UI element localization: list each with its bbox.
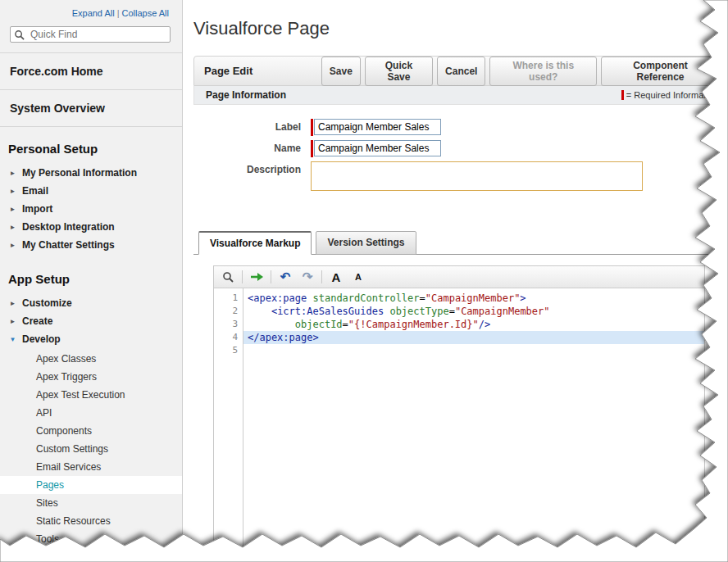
chevron-right-icon[interactable]: ►	[8, 224, 17, 231]
label-row: Label	[193, 119, 728, 136]
sidebar-item-sites[interactable]: Sites	[0, 494, 182, 512]
code-line[interactable]: objectId="{!CampaignMember.Id}"/>	[243, 318, 704, 331]
name-row: Name	[193, 140, 728, 157]
code-token: "CampaignMember"	[425, 292, 521, 304]
code-token: =	[343, 319, 348, 330]
toolbar-separator	[271, 270, 271, 283]
code-line[interactable]: </apex:page>	[243, 331, 704, 344]
sidebar-item-apex-triggers[interactable]: Apex Triggers	[0, 368, 182, 386]
chevron-right-icon[interactable]: ►	[8, 188, 17, 195]
expand-all-link[interactable]: Expand All	[72, 8, 115, 18]
page-edit-buttons: SaveQuick SaveCancelWhere is this used?C…	[321, 57, 720, 86]
code-token: =	[420, 292, 425, 304]
line-number: 3	[214, 318, 238, 331]
code-line[interactable]: <apex:page standardController="CampaignM…	[243, 292, 704, 305]
app-setup-heading: App Setup	[0, 257, 182, 294]
code-token: objectType	[389, 306, 448, 317]
cancel-button[interactable]: Cancel	[437, 57, 485, 86]
chevron-right-icon[interactable]: ►	[8, 206, 17, 213]
sidebar-item-system-overview[interactable]: System Overview	[0, 90, 182, 126]
develop-sub-list: Apex ClassesApex TriggersApex Test Execu…	[0, 350, 182, 562]
search-icon	[14, 29, 25, 43]
code-lines[interactable]: <apex:page standardController="CampaignM…	[243, 288, 704, 551]
quick-save-button[interactable]: Quick Save	[365, 57, 433, 86]
font-increase-icon[interactable]: A	[328, 269, 344, 285]
undo-icon[interactable]: ↶	[277, 269, 293, 285]
code-token: >	[520, 292, 526, 304]
component-reference-button[interactable]: Component Reference	[601, 57, 720, 86]
chevron-right-icon[interactable]: ►	[8, 318, 17, 325]
search-icon[interactable]	[220, 269, 236, 285]
page-title: Visualforce Page	[193, 18, 728, 39]
required-indicator	[311, 140, 313, 157]
sidebar-item-customize[interactable]: ►Customize	[0, 294, 182, 312]
redo-icon[interactable]: ↷	[299, 269, 316, 285]
where-is-this-used-button[interactable]: Where is this used?	[489, 57, 597, 86]
page-edit-header: Page Edit SaveQuick SaveCancelWhere is t…	[193, 56, 728, 86]
sidebar-item-my-chatter-settings[interactable]: ►My Chatter Settings	[0, 236, 182, 254]
sidebar-item-email[interactable]: ►Email	[0, 182, 182, 200]
code-token: <icrt:AeSalesGuides	[271, 306, 384, 317]
sidebar-item-desktop-integration[interactable]: ►Desktop Integration	[0, 218, 182, 236]
editor-toolbar: ↶ ↷ A A	[214, 266, 704, 288]
name-input[interactable]	[314, 140, 441, 156]
sidebar-item-components[interactable]: Components	[0, 422, 182, 440]
sidebar-item-create[interactable]: ►Create	[0, 312, 182, 330]
code-line[interactable]: <icrt:AeSalesGuides objectType="Campaign…	[243, 305, 704, 318]
quick-find	[10, 26, 172, 43]
code-area[interactable]: 12345 <apex:page standardController="Cam…	[214, 288, 704, 551]
sidebar-item-api[interactable]: API	[0, 404, 182, 422]
line-number: 4	[214, 331, 238, 344]
code-line[interactable]	[243, 344, 704, 357]
code-token: "CampaignMember"	[455, 306, 550, 317]
sidebar-item-apex-classes[interactable]: Apex Classes	[0, 350, 182, 368]
quick-find-input[interactable]	[10, 26, 171, 43]
expand-collapse-links: Expand All|Collapse All	[0, 0, 182, 23]
font-decrease-icon[interactable]: A	[350, 269, 366, 285]
sidebar-item-my-personal-information[interactable]: ►My Personal Information	[0, 164, 182, 182]
personal-setup-heading: Personal Setup	[0, 127, 182, 164]
line-number: 5	[214, 344, 238, 357]
sidebar-item-label: Create	[22, 315, 52, 327]
description-row: Description	[193, 161, 728, 191]
required-indicator-icon	[621, 90, 624, 100]
personal-setup-list: ►My Personal Information►Email►Import►De…	[0, 164, 182, 257]
required-legend-text: = Required Information	[626, 90, 718, 100]
sidebar-item-static-resources[interactable]: Static Resources	[0, 512, 182, 530]
sidebar-item-tools[interactable]: Tools	[0, 530, 182, 548]
code-token	[248, 319, 295, 330]
toolbar-separator	[242, 270, 243, 283]
page-edit-title: Page Edit	[204, 65, 321, 77]
sidebar-item-forcecom-home[interactable]: Force.com Home	[0, 53, 182, 89]
sidebar-item-import[interactable]: ►Import	[0, 200, 182, 218]
sidebar-item-apex-test-execution[interactable]: Apex Test Execution	[0, 386, 182, 404]
sidebar-item-custom-settings[interactable]: Custom Settings	[0, 440, 182, 458]
required-indicator	[311, 119, 313, 136]
app-setup-list: ►Customize►Create▼DevelopApex ClassesApe…	[0, 294, 182, 562]
description-textarea[interactable]	[311, 161, 643, 191]
required-legend: = Required Information	[621, 90, 718, 100]
code-token: =	[449, 306, 455, 317]
sidebar-item-label: My Chatter Settings	[22, 239, 115, 251]
label-input[interactable]	[314, 119, 441, 135]
sidebar-item-label: Customize	[22, 297, 72, 309]
label-label: Label	[193, 119, 311, 136]
chevron-right-icon[interactable]: ►	[8, 170, 17, 177]
save-button[interactable]: Save	[321, 57, 361, 86]
line-number: 1	[214, 292, 238, 305]
tab-visualforce-markup[interactable]: Visualforce Markup	[198, 231, 312, 255]
code-token: "{!CampaignMember.Id}"	[348, 319, 479, 330]
code-token: </apex:page>	[248, 332, 319, 343]
chevron-right-icon[interactable]: ►	[8, 300, 17, 307]
chevron-down-icon[interactable]: ▼	[8, 336, 17, 343]
collapse-all-link[interactable]: Collapse All	[122, 8, 169, 18]
page-information-form: LabelNameDescription	[193, 105, 728, 210]
sidebar-item-pages[interactable]: Pages	[0, 476, 182, 494]
chevron-right-icon[interactable]: ►	[8, 242, 17, 249]
sidebar-item-develop[interactable]: ▼Develop	[0, 330, 182, 348]
tab-version-settings[interactable]: Version Settings	[316, 231, 416, 255]
goto-line-icon[interactable]	[248, 269, 265, 285]
sidebar-item-email-services[interactable]: Email Services	[0, 458, 182, 476]
sidebar-item-label: Develop	[22, 333, 61, 345]
sidebar-item-remote-access[interactable]: Remote Access	[0, 548, 182, 562]
